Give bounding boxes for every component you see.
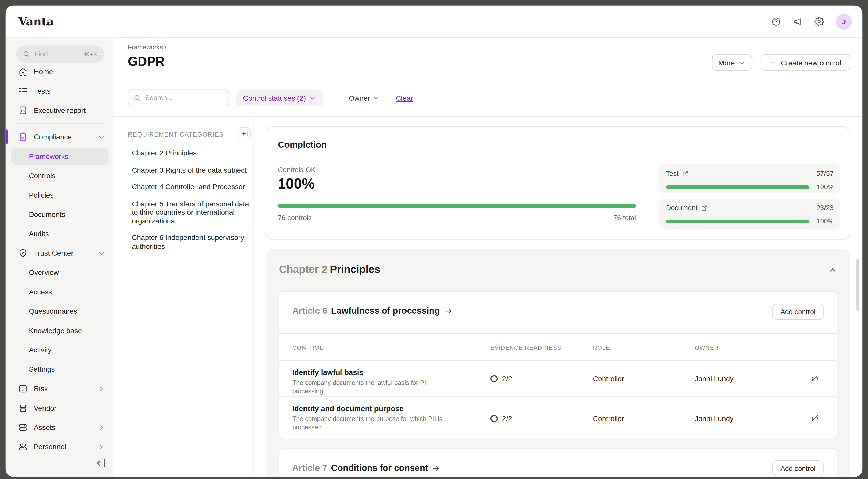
article-6-link[interactable]: Article 6 Lawfulness of processing [292, 306, 452, 316]
compliance-clipboard-icon [18, 132, 28, 141]
chevron-up-icon[interactable] [828, 265, 837, 274]
more-button[interactable]: More [712, 54, 752, 71]
document-link[interactable]: Document [666, 204, 708, 212]
external-link-icon [701, 205, 708, 211]
home-icon [18, 67, 28, 76]
sidebar-item-label: Questionnaires [29, 307, 77, 316]
category-item[interactable]: Chapter 4 Controller and Processor [132, 183, 254, 191]
test-link[interactable]: Test [666, 170, 689, 178]
control-owner: Jonni Lundy [695, 396, 734, 440]
sidebar-item-knowledge-base[interactable]: Knowledge base [6, 321, 113, 340]
sidebar-item-policies[interactable]: Policies [6, 185, 113, 205]
personnel-users-icon [18, 442, 28, 451]
controls-search[interactable] [128, 90, 229, 106]
control-title[interactable]: Identify lawful basis [292, 369, 363, 377]
completion-progress-bar [278, 204, 636, 208]
control-description: The company documents the lawful basis f… [292, 379, 458, 395]
table-header: CONTROL EVIDENCE READINESS ROLE OWNER [279, 333, 837, 361]
table-row[interactable]: Identity and document purpose The compan… [279, 396, 837, 440]
chapter-name: Principles [330, 263, 380, 275]
sidebar-item-personnel[interactable]: Personnel [6, 437, 113, 456]
evidence-count: 2/2 [502, 374, 512, 383]
clear-filters-link[interactable]: Clear [396, 90, 413, 106]
app-window: Vanta J Find... ⌘+K Home Tests Ex [6, 6, 862, 477]
sidebar-item-overview[interactable]: Overview [6, 263, 113, 282]
plus-icon [770, 59, 777, 66]
sidebar-item-trust-center[interactable]: Trust Center [6, 243, 113, 263]
sidebar-item-vendor[interactable]: Vendor [6, 398, 113, 418]
assets-server-icon [18, 422, 28, 432]
completion-title: Completion [278, 140, 327, 150]
scrollbar-thumb[interactable] [856, 259, 859, 312]
main-content: Frameworks / GDPR More Create new contro… [114, 38, 862, 477]
sidebar: Find... ⌘+K Home Tests Executive report … [6, 38, 114, 477]
announcements-icon[interactable] [793, 17, 803, 26]
sidebar-item-label: Activity [29, 346, 52, 354]
add-control-button[interactable]: Add control [772, 460, 824, 476]
test-progress-bar [666, 185, 809, 189]
chevron-down-icon [739, 59, 746, 66]
shield-check-icon [18, 248, 28, 258]
create-new-control-button[interactable]: Create new control [761, 54, 850, 71]
sidebar-item-tests[interactable]: Tests [6, 82, 113, 101]
sidebar-item-risk[interactable]: Risk [6, 379, 113, 398]
avatar[interactable]: J [836, 13, 852, 30]
control-statuses-filter[interactable]: Control statuses (2) [236, 90, 323, 106]
sidebar-collapse-icon[interactable] [96, 458, 106, 468]
sidebar-item-compliance[interactable]: Compliance [6, 127, 113, 147]
sidebar-item-access[interactable]: Access [6, 282, 113, 301]
control-role: Controller [593, 396, 624, 440]
completion-card: Completion Controls OK 100% 76 controls … [266, 126, 850, 240]
sidebar-item-home[interactable]: Home [6, 62, 113, 82]
owner-filter[interactable]: Owner [349, 90, 380, 106]
search-input[interactable] [145, 94, 224, 102]
category-item[interactable]: Chapter 5 Transfers of personal data to … [132, 199, 254, 225]
help-icon[interactable] [771, 17, 781, 26]
unlink-icon[interactable] [810, 361, 819, 396]
control-title[interactable]: Identity and document purpose [292, 405, 403, 413]
sidebar-item-label: Access [29, 288, 52, 296]
sidebar-search-placeholder: Find... [34, 50, 79, 58]
chevron-right-icon [97, 443, 105, 450]
sidebar-item-label: Policies [29, 191, 54, 199]
sidebar-item-label: Assets [34, 423, 56, 432]
settings-gear-icon[interactable] [814, 17, 824, 26]
active-section-indicator [6, 129, 8, 145]
tests-checklist-icon [18, 86, 28, 96]
article-7-link[interactable]: Article 7 Conditions for consent [292, 463, 440, 473]
table-row[interactable]: Identify lawful basis The company docume… [279, 361, 837, 396]
unlink-icon[interactable] [810, 396, 819, 440]
search-icon [23, 50, 30, 58]
article-7-card: Article 7 Conditions for consent Add con… [279, 448, 838, 477]
breadcrumb[interactable]: Frameworks / [128, 44, 167, 50]
sidebar-item-executive-report[interactable]: Executive report [6, 101, 113, 120]
category-item[interactable]: Chapter 3 Rights of the data subject [132, 166, 254, 174]
divider [114, 116, 862, 117]
document-stat-card: Document 23/23 100% [659, 198, 840, 229]
sidebar-item-controls[interactable]: Controls [6, 166, 113, 185]
sidebar-item-label: Compliance [34, 133, 72, 141]
sidebar-item-label: Risk [34, 384, 48, 393]
sidebar-item-audits[interactable]: Audits [6, 224, 113, 243]
evidence-ring-icon [491, 375, 498, 382]
sidebar-item-frameworks[interactable]: Frameworks [11, 148, 108, 165]
category-item[interactable]: Chapter 6 Independent supervisory author… [132, 233, 254, 250]
sidebar-item-label: Documents [29, 210, 65, 219]
test-percent: 100% [815, 183, 834, 191]
chevron-down-icon [97, 249, 105, 257]
sidebar-item-documents[interactable]: Documents [6, 205, 113, 224]
filter-bar: Control statuses (2) Owner Clear [128, 90, 848, 106]
chevron-down-icon [309, 94, 316, 101]
column-control: CONTROL [292, 333, 323, 361]
chevron-right-icon [97, 423, 105, 431]
sidebar-search[interactable]: Find... ⌘+K [16, 45, 104, 62]
categories-collapse-button[interactable] [239, 127, 251, 139]
sidebar-item-questionnaires[interactable]: Questionnaires [6, 301, 113, 321]
document-count: 23/23 [816, 204, 834, 212]
controls-ok-label: Controls OK [278, 166, 315, 174]
sidebar-item-assets[interactable]: Assets [6, 418, 113, 437]
sidebar-item-activity[interactable]: Activity [6, 340, 113, 359]
category-item[interactable]: Chapter 2 Principles [132, 149, 254, 157]
add-control-button[interactable]: Add control [772, 304, 824, 320]
sidebar-item-settings[interactable]: Settings [6, 359, 113, 379]
